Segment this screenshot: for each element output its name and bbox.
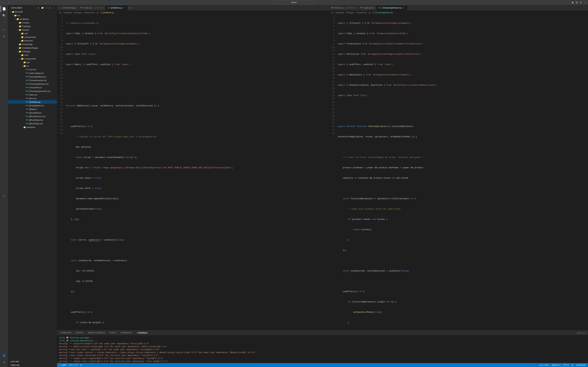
sidebar-outline-section[interactable]: › OUTLINE xyxy=(8,360,57,363)
sidebar-item-globals[interactable]: ▾ 📁 Globals xyxy=(8,28,57,32)
panel-error-indicator[interactable]: ⊘ 0 xyxy=(581,332,584,334)
sidebar-item-chooseinverter-tsx[interactable]: TSX ChooseInverter.tsx xyxy=(8,78,57,82)
sidebar-item-homepage[interactable]: › 📁 HomePage xyxy=(8,42,57,46)
collapse-all-button[interactable]: ⊟ xyxy=(48,6,51,9)
sidebar-item-qinstallation-tsx[interactable]: TSX QInstallation.tsx xyxy=(8,104,57,107)
activity-source-control[interactable]: ⑂ xyxy=(1,19,7,26)
tab-articlespagestab[interactable]: ◁ ../ArticlesPages xyxy=(57,5,78,10)
status-line-ending[interactable]: LF xyxy=(570,363,575,367)
tsx-file-icon: TSX xyxy=(26,119,28,121)
tab-close-button[interactable]: ✕ xyxy=(123,7,126,9)
sidebar-item-contact[interactable]: › 📁 Contact xyxy=(8,21,57,25)
activity-search[interactable]: 🔍 xyxy=(1,12,7,19)
breadcrumb-text: … xyxy=(116,11,118,14)
sidebar-item-chooseoptimizer-tsx[interactable]: TSX ChooseOptimizer.tsx xyxy=(8,82,57,86)
toggle-sidebar-button[interactable]: ▣ xyxy=(571,1,574,4)
tab-signup-tsx[interactable]: TSX SignUp.tsx xyxy=(358,5,376,10)
new-folder-button[interactable]: 📁 xyxy=(41,6,44,9)
sidebar-item-qmap-js[interactable]: JS QMap.js xyxy=(8,107,57,111)
sidebar-item-bloom[interactable]: ▾ 📁 BLOOM xyxy=(8,10,57,14)
folder-icon: 📁 xyxy=(21,32,24,35)
sidebar-item-qroofsection-tsx[interactable]: TSX QRoofSection.tsx xyxy=(8,115,57,118)
panel-warning-indicator[interactable]: ⚠ 0 xyxy=(577,332,580,334)
new-file-button[interactable]: 🗏 xyxy=(37,6,40,9)
left-editor-scroll[interactable]: 12345 678910 1112131415 1617181920 21222… xyxy=(57,15,329,330)
panel-tab-problems[interactable]: PROBLEMS xyxy=(58,330,73,335)
sidebar-content: ▾ 📁 BLOOM ▾ 📁 src ▾ 📁 templates › 📁 Cont… xyxy=(8,10,57,360)
sidebar-item-choosebattery-tsx[interactable]: TSX ChooseBattery.tsx xyxy=(8,75,57,78)
spacer xyxy=(23,72,26,74)
activity-explorer[interactable]: 📄 xyxy=(1,6,7,12)
sidebar-item-label: QRoofSection.tsx xyxy=(29,115,45,118)
sidebar-item-intro-tsx[interactable]: TSX Intro.tsx xyxy=(8,97,57,100)
status-spaces[interactable]: Spaces: 4 xyxy=(550,363,562,367)
panel-close-button[interactable]: ✕ xyxy=(585,332,587,334)
refresh-button[interactable]: ↺ xyxy=(45,6,48,9)
more-tabs-button[interactable]: ⋯ xyxy=(409,7,411,9)
activity-accounts[interactable]: 👤 xyxy=(1,352,7,359)
terminal-content[interactable]: [2/4] 📦 Fetching packages... [3/4] 🔗 Lin… xyxy=(57,335,588,363)
tsx-icon: TSX xyxy=(331,7,334,8)
activity-remote[interactable]: ⊡ xyxy=(1,192,7,199)
panel-tab-comments[interactable]: COMMENTS xyxy=(119,330,134,335)
tsx-file-icon: TSX xyxy=(26,97,28,100)
split-editor-button[interactable]: ⊟ xyxy=(129,7,131,9)
status-branch[interactable]: ⑂ main* xyxy=(58,363,68,367)
activity-run[interactable]: ▷ xyxy=(1,26,7,33)
sidebar-item-components[interactable]: › 📁 components xyxy=(8,35,57,39)
sidebar-item-elements-kitpages[interactable]: › 📁 elements xyxy=(8,125,57,129)
sidebar-item-label: KitPages xyxy=(22,50,31,53)
search-input[interactable] xyxy=(274,1,314,4)
sidebar-item-kitpages-cart[interactable]: › 📁 Cart xyxy=(8,53,57,57)
sidebar-item-choosesupervision-tsx[interactable]: TSX ChooseSupervision.tsx xyxy=(8,89,57,93)
sidebar-item-index-tsx[interactable]: TSX index.tsx xyxy=(8,93,57,97)
sidebar-item-cartloading-tsx[interactable]: TSX CartLoading.tsx xyxy=(8,71,57,75)
tab-chooseoptimizer-tsx[interactable]: TSX ChooseOptimizer.tsx ✕ xyxy=(376,5,407,10)
sidebar-item-cart[interactable]: › 📁 cart xyxy=(8,32,57,35)
sidebar-item-choosepv-tsx[interactable]: TSX ChoosePv.tsx xyxy=(8,86,57,89)
sidebar-item-installationpages[interactable]: › 📁 InstallationPages xyxy=(8,46,57,50)
sidebar-item-src[interactable]: ▾ 📁 src xyxy=(8,14,57,17)
sidebar-item-kitpages[interactable]: ▾ 📁 KitPages xyxy=(8,50,57,53)
status-remote[interactable]: ⊡ xyxy=(79,363,83,367)
tab-index-tsx[interactable]: TSX index.tsx ../ListArticles xyxy=(78,5,106,10)
breadcrumb-file: ⊙ QAddress.js xyxy=(101,11,114,14)
sidebar-item-faqpage[interactable]: › 📁 FaqPage xyxy=(8,25,57,28)
status-errors[interactable]: ⊘ 0 ⚠ 0 xyxy=(68,363,79,367)
sidebar-item-templates[interactable]: ▾ 📁 templates xyxy=(8,17,57,21)
nav-forward-button[interactable]: → xyxy=(7,1,11,4)
more-tabs-button[interactable]: ⋯ xyxy=(131,7,134,9)
panel-tab-output[interactable]: OUTPUT xyxy=(74,330,86,335)
sidebar-item-elements[interactable]: › 📁 elements xyxy=(8,39,57,42)
panel-tab-ports[interactable]: PORTS xyxy=(107,330,118,335)
titlebar-actions: ▣ ▤ ⊟ ⋯ xyxy=(571,1,587,4)
tab-right-index-tsx[interactable]: TSX index.tsx ../ListArticles/c xyxy=(329,5,358,10)
right-editor-scroll[interactable]: 12345 678910 1112131415 1617181920 21222… xyxy=(329,15,588,330)
nav-back-button[interactable]: ← xyxy=(1,1,6,4)
activity-extensions[interactable]: ⧉ xyxy=(1,33,7,40)
chevron-down-icon: ▾ xyxy=(16,50,19,53)
sidebar-item-qrooftype-tsx[interactable]: TSX QRoofType.tsx xyxy=(8,122,57,125)
status-encoding[interactable]: UTF-8 xyxy=(562,363,570,367)
more-actions-button[interactable]: ⋯ xyxy=(583,1,587,4)
sidebar-item-qroofstyle-tsx[interactable]: TSX QRoofStyle.tsx xyxy=(8,118,57,122)
sidebar-item-qquantity-tsx[interactable]: TSX QQuantity.tsx xyxy=(8,111,57,115)
status-language[interactable]: JavaScript xyxy=(575,363,587,367)
breadcrumb-text: templates xyxy=(64,11,72,14)
spacer xyxy=(23,90,26,92)
sidebar-item-kitpages-components[interactable]: ▾ 📁 components xyxy=(8,57,57,60)
sidebar-more-button[interactable]: ⋯ xyxy=(52,6,55,9)
status-position[interactable]: Ln 1, Col 1 xyxy=(538,363,550,367)
sidebar-item-pv[interactable]: ▾ 📁 pv xyxy=(8,64,57,68)
toggle-panel-button[interactable]: ▤ xyxy=(575,1,579,4)
tab-close-button[interactable]: ✕ xyxy=(403,7,405,9)
sidebar-timeline-section[interactable]: › TIMELINE xyxy=(8,363,57,367)
activity-settings[interactable]: ⚙ xyxy=(1,359,7,366)
folder-icon: 📁 xyxy=(12,10,14,13)
sidebar-item-qaddress-js[interactable]: JS QAddress.js xyxy=(8,100,57,104)
sidebar-item-pac[interactable]: › 📁 pac xyxy=(8,60,57,64)
tab-qaddress-js[interactable]: JS QAddress.js ✕ xyxy=(106,5,128,10)
split-editor-button[interactable]: ⊟ xyxy=(579,1,582,4)
sidebar-item-cart-tsx[interactable]: TSX Cart.tsx xyxy=(8,68,57,71)
panel-tab-debug-console[interactable]: DEBUG CONSOLE xyxy=(86,330,107,335)
